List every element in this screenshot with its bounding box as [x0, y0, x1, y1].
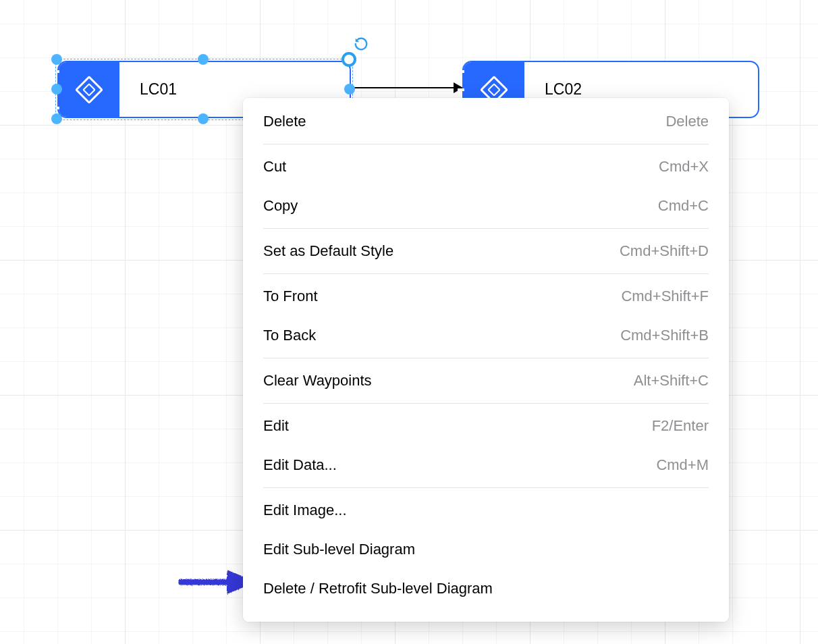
- node-label: LC01: [119, 80, 177, 99]
- menu-item-edit-data[interactable]: Edit Data... Cmd+M: [243, 446, 729, 485]
- selection-handle-top[interactable]: [342, 52, 356, 67]
- menu-item-label: Copy: [263, 197, 298, 215]
- menu-item-label: Clear Waypoints: [263, 372, 372, 390]
- menu-item-shortcut: Cmd+Shift+D: [620, 242, 709, 260]
- menu-item-delete-sublevel[interactable]: Delete / Retrofit Sub-level Diagram: [243, 569, 729, 608]
- menu-item-label: Delete: [263, 113, 306, 130]
- menu-separator: [263, 487, 709, 488]
- menu-item-edit-sublevel[interactable]: Edit Sub-level Diagram: [243, 530, 729, 569]
- node-label: LC02: [524, 80, 582, 99]
- menu-item-shortcut: Cmd+M: [656, 456, 709, 474]
- menu-item-delete[interactable]: Delete Delete: [243, 102, 729, 141]
- menu-item-shortcut: Cmd+X: [659, 158, 709, 176]
- menu-item-shortcut: Cmd+C: [658, 197, 709, 215]
- menu-item-shortcut: Cmd+Shift+B: [620, 327, 709, 344]
- node-ports: [53, 62, 59, 117]
- canvas[interactable]: LC01 LC02 Delete Delete Cut Cmd+X: [0, 0, 818, 644]
- menu-separator: [263, 403, 709, 404]
- rotate-icon[interactable]: [354, 36, 369, 51]
- menu-item-label: Cut: [263, 158, 286, 176]
- menu-item-to-front[interactable]: To Front Cmd+Shift+F: [243, 277, 729, 316]
- context-menu: Delete Delete Cut Cmd+X Copy Cmd+C Set a…: [243, 98, 729, 622]
- menu-item-label: Edit Sub-level Diagram: [263, 541, 415, 558]
- connection-arrow[interactable]: [354, 87, 462, 88]
- menu-item-shortcut: Alt+Shift+C: [634, 372, 709, 390]
- menu-item-label: Delete / Retrofit Sub-level Diagram: [263, 580, 493, 597]
- menu-item-cut[interactable]: Cut Cmd+X: [243, 147, 729, 186]
- menu-item-copy[interactable]: Copy Cmd+C: [243, 186, 729, 225]
- menu-separator: [263, 144, 709, 144]
- menu-item-shortcut: Delete: [665, 113, 709, 130]
- menu-item-clear-waypoints[interactable]: Clear Waypoints Alt+Shift+C: [243, 361, 729, 400]
- menu-item-label: To Front: [263, 288, 318, 305]
- menu-item-label: Edit Image...: [263, 502, 347, 519]
- menu-item-label: Edit: [263, 417, 289, 435]
- menu-separator: [263, 358, 709, 358]
- node-icon-container: [59, 62, 119, 117]
- menu-item-shortcut: F2/Enter: [652, 417, 709, 435]
- menu-item-edit[interactable]: Edit F2/Enter: [243, 406, 729, 446]
- menu-item-edit-image[interactable]: Edit Image...: [243, 491, 729, 530]
- menu-item-shortcut: Cmd+Shift+F: [621, 288, 709, 305]
- menu-item-default-style[interactable]: Set as Default Style Cmd+Shift+D: [243, 232, 729, 271]
- menu-separator: [263, 273, 709, 274]
- menu-item-label: To Back: [263, 327, 316, 344]
- menu-item-label: Set as Default Style: [263, 242, 393, 260]
- menu-item-label: Edit Data...: [263, 456, 337, 474]
- menu-separator: [263, 228, 709, 229]
- diamond-icon: [75, 75, 103, 103]
- menu-item-to-back[interactable]: To Back Cmd+Shift+B: [243, 316, 729, 355]
